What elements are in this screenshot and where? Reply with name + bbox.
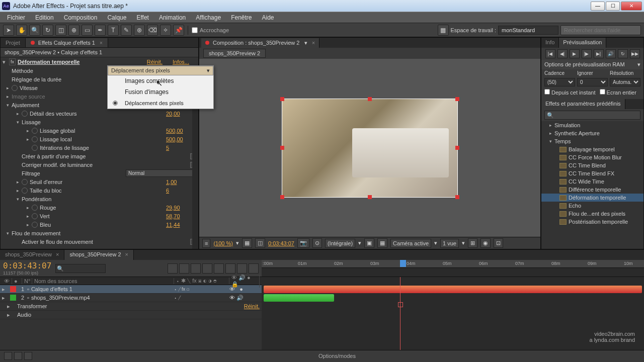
current-time-indicator-icon[interactable] — [400, 260, 406, 267]
camera-tool-icon[interactable]: ◫ — [55, 25, 66, 36]
composition-tab[interactable]: Composition : shops_350Preview 2 ▾ × — [201, 38, 319, 48]
handle-icon[interactable] — [368, 195, 372, 199]
tree-folder[interactable]: ▸Simulation — [541, 121, 643, 129]
handle-icon[interactable] — [280, 97, 284, 101]
text-tool-icon[interactable]: T — [108, 25, 119, 36]
layer-row[interactable]: ▸ 1 ▫ Calque d'effets 1 ⬩ ╱ fx ▢ 👁 ● — [0, 285, 262, 294]
handle-icon[interactable] — [455, 146, 459, 150]
clone-tool-icon[interactable]: ⊛ — [134, 25, 145, 36]
tab-project[interactable]: Projet — [1, 38, 26, 47]
tree-item[interactable]: CC Wide Time — [541, 177, 643, 186]
status-icon[interactable] — [24, 352, 32, 360]
status-icon[interactable] — [14, 352, 22, 360]
status-icon[interactable] — [4, 352, 12, 360]
handle-icon[interactable] — [280, 195, 284, 199]
zoom-value[interactable]: (100 %) — [213, 240, 233, 246]
expand-icon[interactable]: ▸ — [7, 85, 12, 90]
playhead-icon[interactable] — [400, 277, 400, 350]
depuis-checkbox[interactable]: Depuis cet instant — [544, 89, 596, 96]
timeline-icon[interactable] — [225, 263, 235, 274]
shape-tool-icon[interactable]: ▭ — [82, 25, 93, 36]
first-frame-icon[interactable]: |◀ — [545, 49, 555, 58]
timeline-icon[interactable] — [202, 263, 212, 274]
tree-item-selected[interactable]: Déformation temporelle — [541, 194, 643, 202]
timeline-icon[interactable] — [249, 263, 259, 274]
brush-tool-icon[interactable]: ✎ — [121, 25, 132, 36]
snap-checkbox[interactable]: Accrochage — [192, 27, 229, 33]
menu-file[interactable]: Fichier — [2, 13, 30, 23]
ram-preview-options[interactable]: Options de prévisualisation RAM ▾ — [541, 60, 643, 69]
viewer-btn-icon[interactable]: ⊙ — [312, 238, 322, 248]
hand-tool-icon[interactable]: ✋ — [16, 25, 27, 36]
value-rouge[interactable]: 29,90 — [166, 205, 196, 211]
snapshot-icon[interactable]: 📷 — [297, 238, 309, 248]
timeline-icon[interactable] — [191, 263, 201, 274]
views-select[interactable]: 1 vue — [440, 239, 459, 248]
timeline-timecode[interactable]: 0:03:43:07 — [3, 261, 51, 270]
minimize-button[interactable]: — — [591, 2, 605, 11]
timeline-icon[interactable] — [179, 263, 189, 274]
dropdown-current[interactable]: Déplacement des pixels▾ — [108, 66, 213, 75]
viewer-btn-icon[interactable]: ▣ — [364, 238, 374, 248]
color-swatch-icon[interactable] — [10, 286, 16, 292]
viewer-btn-icon[interactable]: ⊞ — [468, 238, 477, 248]
composition-viewer[interactable] — [199, 59, 540, 237]
maximize-button[interactable]: ☐ — [606, 2, 620, 11]
tree-item[interactable]: Flou de...ent des pixels — [541, 210, 643, 218]
camera-select[interactable]: Caméra active — [390, 239, 431, 248]
tree-item[interactable]: Différence temporelle — [541, 186, 643, 194]
dropdown-option-selected[interactable]: Déplacement des pixels — [108, 98, 213, 109]
layer-bar[interactable] — [264, 286, 642, 293]
ignorer-select[interactable]: 0 — [577, 78, 608, 86]
value-detail[interactable]: 20,00 — [166, 111, 196, 117]
select-filtrage[interactable]: Normal — [126, 169, 196, 177]
transform-row[interactable]: ▸ Transformer Réinit. — [0, 302, 262, 311]
viewer-timecode[interactable]: 0:03:43:07 — [268, 240, 294, 246]
value-lissage-global[interactable]: 500,00 — [166, 128, 196, 134]
tree-folder[interactable]: ▸Synthetic Aperture — [541, 129, 643, 137]
tab-info[interactable]: Info — [541, 38, 559, 48]
menu-help[interactable]: Aide — [257, 13, 279, 23]
timeline-tracks[interactable] — [262, 277, 644, 350]
viewer-btn-icon[interactable]: ▦ — [242, 238, 252, 248]
resolution-select[interactable]: Automa... — [610, 78, 640, 86]
tree-folder[interactable]: ▾Temps — [541, 137, 643, 145]
breadcrumb-item[interactable]: shops_350Preview 2 — [203, 49, 266, 58]
ecran-checkbox[interactable]: Ecran entier — [600, 89, 636, 96]
tree-item[interactable]: Echo — [541, 202, 643, 210]
menu-effect[interactable]: Effet — [131, 13, 153, 23]
handle-icon[interactable] — [455, 97, 459, 101]
value-seuil[interactable]: 1,00 — [166, 179, 196, 185]
menu-animation[interactable]: Animation — [154, 13, 191, 23]
timeline-tab-active[interactable]: shops_350Preview 2× — [64, 250, 134, 260]
viewer-menu-icon[interactable]: ≡ — [202, 239, 210, 248]
timeline-icon[interactable] — [237, 263, 247, 274]
menu-view[interactable]: Affichage — [191, 13, 226, 23]
value-taille-bloc[interactable]: 6 — [166, 188, 196, 194]
pen-tool-icon[interactable]: ✒ — [95, 25, 106, 36]
layer-bar[interactable] — [264, 294, 334, 302]
tree-item[interactable]: CC Force Motion Blur — [541, 153, 643, 161]
timeline-tab[interactable]: shops_350Preview× — [0, 250, 64, 260]
value-iterations[interactable]: 5 — [166, 145, 196, 151]
tab-effects-presets[interactable]: Effets et paramètres prédéfinis — [541, 99, 625, 109]
tree-item[interactable]: Balayage temporel — [541, 145, 643, 153]
preview-frame[interactable] — [282, 99, 458, 198]
workspace-select[interactable]: monStandard — [498, 26, 558, 35]
last-frame-icon[interactable]: ▶| — [594, 49, 604, 58]
dropdown-option[interactable]: Images complètes — [108, 75, 213, 86]
menu-composition[interactable]: Composition — [59, 13, 103, 23]
value-lissage-local[interactable]: 500,00 — [166, 136, 196, 142]
timeline-icon[interactable] — [214, 263, 224, 274]
value-vert[interactable]: 58,70 — [166, 213, 196, 219]
pan-behind-tool-icon[interactable]: ⊕ — [68, 25, 79, 36]
tree-item[interactable]: CC Time Blend — [541, 161, 643, 169]
audio-icon[interactable]: 🔊 — [606, 49, 616, 58]
tab-close-icon[interactable]: × — [100, 40, 103, 46]
menu-layer[interactable]: Calque — [102, 13, 131, 23]
eraser-tool-icon[interactable]: ⌫ — [147, 25, 158, 36]
menu-edit[interactable]: Edition — [30, 13, 59, 23]
handle-icon[interactable] — [368, 97, 372, 101]
rotate-tool-icon[interactable]: ↻ — [42, 25, 53, 36]
puppet-tool-icon[interactable]: 📌 — [173, 25, 184, 36]
